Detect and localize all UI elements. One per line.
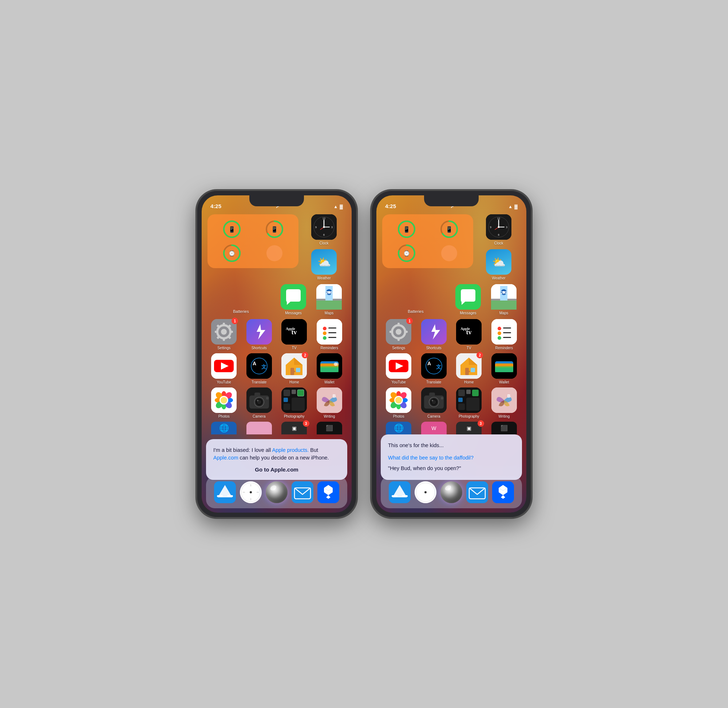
messages-wrap-2[interactable]: Messages [451, 284, 485, 315]
svg-point-114 [441, 245, 457, 261]
photography-icon-2[interactable] [456, 387, 482, 413]
messages-wrap[interactable]: Messages [277, 284, 310, 315]
appstore-icon[interactable] [214, 481, 236, 503]
appstore-icon-2[interactable] [389, 481, 411, 503]
svg-point-176 [395, 397, 402, 403]
globe-partial-icon[interactable]: 🌐 [211, 422, 237, 434]
tv-wrap-2[interactable]: tv Apple TV [452, 319, 485, 350]
dark-partial-2[interactable]: ⬛ [491, 422, 517, 434]
tv-wrap[interactable]: tv Apple TV [278, 319, 311, 350]
clock-app-wrap[interactable]: 12 6 9 3 Clock [302, 214, 346, 245]
dark-wrap[interactable]: ⬛ [313, 422, 346, 434]
shortcuts-icon[interactable] [246, 319, 272, 345]
camera-wrap-2[interactable]: Camera [417, 387, 450, 419]
photos-wrap[interactable]: Photos [208, 387, 241, 419]
globe-wrap-2[interactable]: 🌐 [382, 422, 415, 434]
globe-partial-2[interactable]: 🌐 [386, 422, 411, 434]
pink-partial-icon[interactable] [246, 422, 272, 434]
settings-icon[interactable]: 1 [211, 319, 237, 345]
label-row: Batteries Messages [208, 284, 346, 315]
shortcuts-wrap-2[interactable]: Shortcuts [417, 319, 450, 350]
dropbox-icon-2[interactable] [492, 481, 514, 503]
translate-wrap-2[interactable]: A 文 Translate [417, 353, 450, 384]
settings-wrap[interactable]: 1 [208, 319, 241, 350]
clock-app-icon-2[interactable]: 12 6 9 3 [486, 214, 511, 240]
reminders-icon-2[interactable] [491, 319, 517, 345]
maps-wrap-2[interactable]: 280 Maps [487, 284, 520, 315]
tv-icon[interactable]: tv Apple [281, 319, 307, 345]
reminders-wrap-2[interactable]: Reminders [488, 319, 521, 350]
photos-icon[interactable] [211, 387, 237, 413]
home-icon[interactable]: 2 [281, 353, 307, 379]
settings-wrap-2[interactable]: 1 Settings [382, 319, 415, 350]
youtube-wrap[interactable]: YouTube [208, 353, 241, 384]
photography-wrap-2[interactable]: Photography [452, 387, 485, 419]
siri-button-1[interactable] [266, 481, 288, 503]
safari-icon-2[interactable] [415, 481, 436, 503]
dark-wrap-2[interactable]: ⬛ [488, 422, 521, 434]
camera-icon[interactable] [246, 387, 272, 413]
photos-wrap-2[interactable]: Photos [382, 387, 415, 419]
clock-app-icon[interactable]: 12 6 9 3 [311, 214, 337, 240]
wallet-wrap[interactable]: Wallet [313, 353, 346, 384]
youtube-icon[interactable] [211, 353, 237, 379]
weather-app-icon[interactable]: ⛅ [311, 249, 337, 275]
dock-1 [206, 476, 347, 508]
pink-wrap[interactable] [243, 422, 276, 434]
reminders-icon[interactable] [317, 319, 342, 345]
tv-icon-2[interactable]: tv Apple [456, 319, 482, 345]
camera-icon-2[interactable] [421, 387, 447, 413]
weather-app-icon-2[interactable]: ⛅ [486, 249, 511, 275]
youtube-wrap-2[interactable]: YouTube [382, 353, 415, 384]
youtube-icon-2[interactable] [386, 353, 411, 379]
battery-circle-ipad-2: 📱 [440, 220, 459, 239]
safari-icon[interactable] [240, 481, 262, 503]
translate-icon[interactable]: A 文 [246, 353, 272, 379]
home-wrap-2[interactable]: 2 Home [452, 353, 485, 384]
pink-wrap-2[interactable]: W [417, 422, 450, 434]
mail-icon[interactable] [292, 481, 313, 503]
reminders-wrap[interactable]: Reminders [313, 319, 346, 350]
clock-app-wrap-2[interactable]: 12 6 9 3 Clock [477, 214, 520, 245]
dark-partial-icon[interactable]: ⬛ [317, 422, 342, 434]
pink-partial-2[interactable]: W [421, 422, 447, 434]
siri-response-1: I'm a bit biased: I love all Apple produ… [213, 447, 340, 463]
translate-icon-2[interactable]: A 文 [421, 353, 447, 379]
battery-widget[interactable]: 📱 📱 [208, 214, 298, 268]
multi-wrap[interactable]: 3 ▣ [278, 422, 311, 434]
shortcuts-icon-2[interactable] [421, 319, 447, 345]
maps-wrap[interactable]: 280 Maps [312, 284, 346, 315]
camera-wrap[interactable]: Camera [243, 387, 276, 419]
battery-widget-2[interactable]: 📱 📱 [382, 214, 473, 268]
writing-icon-2[interactable]: B [491, 387, 517, 413]
messages-icon[interactable] [280, 284, 306, 310]
home-icon-2[interactable]: 2 [456, 353, 482, 379]
writing-wrap[interactable]: B Writing [313, 387, 346, 419]
globe-wrap[interactable]: 🌐 [208, 422, 241, 434]
multi-wrap-2[interactable]: 3 ▣ [452, 422, 485, 434]
mail-icon-2[interactable] [466, 481, 488, 503]
photography-icon[interactable] [281, 387, 307, 413]
weather-app-wrap-2[interactable]: ⛅ Weather [477, 249, 520, 280]
weather-app-wrap[interactable]: ⛅ Weather [302, 249, 346, 280]
wallet-icon[interactable] [317, 353, 342, 379]
photography-wrap[interactable]: Photography [278, 387, 311, 419]
wallet-icon-2[interactable] [491, 353, 517, 379]
home-wrap[interactable]: 2 Home [278, 353, 311, 384]
translate-wrap[interactable]: A 文 Translate [243, 353, 276, 384]
settings-icon-2[interactable]: 1 [386, 319, 411, 345]
dropbox-icon[interactable] [317, 481, 339, 503]
shortcuts-wrap[interactable]: Shortcuts [243, 319, 276, 350]
status-icons-1: ▲ ▓ [333, 204, 343, 209]
siri-cta-1[interactable]: Go to Apple.com [213, 466, 340, 473]
maps-icon-2[interactable]: 280 [491, 284, 516, 310]
svg-rect-160 [471, 368, 475, 372]
writing-icon[interactable]: B [317, 387, 342, 413]
photos-icon-2[interactable] [386, 387, 411, 413]
messages-icon-2[interactable] [455, 284, 481, 310]
svg-rect-86 [297, 390, 304, 396]
writing-wrap-2[interactable]: B Writing [488, 387, 521, 419]
maps-icon[interactable]: 280 [316, 284, 342, 310]
wallet-wrap-2[interactable]: Wallet [488, 353, 521, 384]
siri-button-2[interactable] [440, 481, 462, 503]
